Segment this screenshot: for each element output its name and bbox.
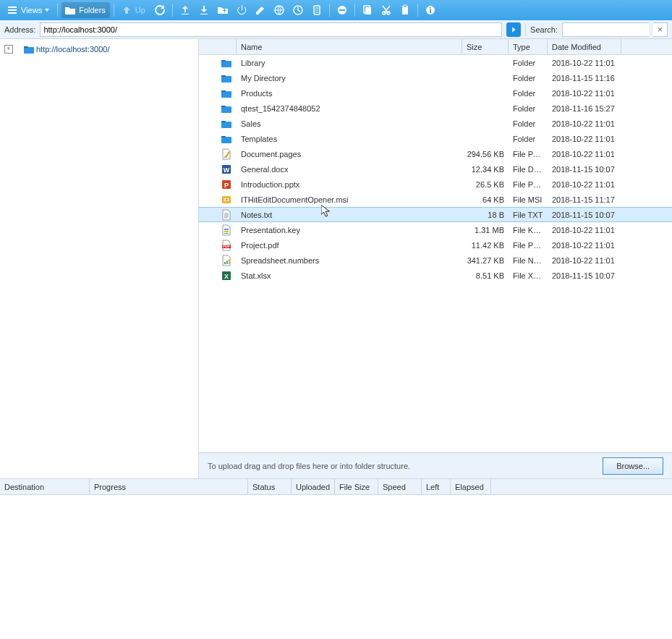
upload-col-left[interactable]: Left (422, 479, 451, 494)
folder-icon (23, 43, 35, 55)
file-list-body[interactable]: LibraryFolder2018-10-22 11:01My Director… (199, 55, 672, 452)
file-row[interactable]: Project.pdf11.42 KBFile PDF2018-10-22 11… (199, 237, 672, 253)
file-row[interactable]: Spreadsheet.numbers341.27 KBFile NUMB201… (199, 253, 672, 268)
copy-icon (362, 4, 373, 16)
upload-col-file-size[interactable]: File Size (335, 479, 378, 494)
new-folder-icon (217, 4, 229, 16)
clear-search-button[interactable]: × (653, 22, 668, 37)
file-row[interactable]: qtest_1542374848052Folder2018-11-16 15:2… (199, 101, 672, 116)
folder-icon (221, 72, 232, 84)
up-button[interactable]: Up (118, 2, 150, 18)
file-date: 2018-11-15 10:07 (548, 165, 621, 174)
upload-col-progress[interactable]: Progress (90, 479, 248, 494)
browse-button[interactable]: Browse... (603, 457, 663, 475)
upload-col-status[interactable]: Status (248, 479, 292, 494)
paste-button[interactable] (396, 2, 414, 18)
file-icon (221, 194, 232, 206)
main-toolbar: Views Folders Up (0, 0, 672, 20)
file-row[interactable]: Notes.txt18 BFile TXT2018-11-15 10:07 (199, 207, 672, 222)
browse-button-label: Browse... (616, 462, 650, 470)
info-button[interactable] (422, 2, 439, 18)
views-menu-button[interactable]: Views (4, 2, 54, 18)
toolbar-separator (114, 4, 114, 17)
file-type: Folder (509, 104, 548, 113)
views-label: Views (21, 6, 42, 14)
column-name[interactable]: Name (237, 39, 462, 54)
column-date[interactable]: Date Modified (548, 39, 621, 54)
file-icon (221, 240, 232, 251)
toolbar-separator (172, 4, 173, 17)
file-name: ITHitEditDocumentOpener.msi (237, 195, 462, 204)
file-name: Notes.txt (237, 211, 462, 219)
file-list-header: Name Size Type Date Modified (199, 39, 672, 55)
download-button[interactable] (195, 2, 213, 18)
file-row[interactable]: Document.pages294.56 KBFile PAGE2018-10-… (199, 146, 672, 161)
file-size: 8.51 KB (462, 271, 509, 280)
folder-tree-panel: + http://localhost:3000/ (0, 39, 199, 478)
file-row[interactable]: Stat.xlsx8.51 KBFile XLSX2018-11-15 10:0… (199, 268, 672, 283)
upload-col-uploaded[interactable]: Uploaded (292, 479, 335, 494)
refresh-icon (154, 4, 166, 16)
file-row[interactable]: SalesFolder2018-10-22 11:01 (199, 116, 672, 131)
file-icon (221, 179, 232, 190)
file-row[interactable]: LibraryFolder2018-10-22 11:01 (199, 55, 672, 70)
browse-web-button[interactable] (271, 2, 288, 18)
folder-icon (221, 57, 232, 69)
up-label: Up (135, 6, 145, 14)
folders-button[interactable]: Folders (61, 2, 110, 18)
refresh-button[interactable] (151, 2, 169, 18)
tree-root-node[interactable]: + http://localhost:3000/ (1, 42, 197, 56)
column-gutter[interactable] (199, 39, 237, 54)
file-row[interactable]: TemplatesFolder2018-10-22 11:01 (199, 131, 672, 146)
edit-button[interactable] (252, 2, 269, 18)
tree-expander[interactable]: + (4, 45, 13, 54)
folders-label: Folders (79, 6, 106, 14)
globe-icon (273, 4, 285, 16)
upload-col-speed[interactable]: Speed (378, 479, 422, 494)
file-row[interactable]: ProductsFolder2018-10-22 11:01 (199, 85, 672, 101)
upload-grid-body[interactable] (0, 495, 672, 628)
file-row[interactable]: Introduction.pptx26.5 KBFile PPTX2018-10… (199, 177, 672, 192)
file-row[interactable]: My DirectoryFolder2018-11-15 11:16 (199, 70, 672, 85)
column-spare[interactable] (621, 39, 672, 54)
file-date: 2018-10-22 11:01 (548, 256, 621, 265)
chevron-down-icon (45, 9, 49, 12)
folder-icon (221, 88, 232, 99)
upload-col-elapsed[interactable]: Elapsed (451, 479, 491, 494)
file-type: Folder (509, 119, 548, 128)
file-date: 2018-11-15 10:07 (548, 211, 621, 219)
copy-button[interactable] (359, 2, 376, 18)
go-button[interactable] (506, 22, 521, 37)
file-icon (221, 224, 232, 236)
upload-col-destination[interactable]: Destination (0, 479, 90, 494)
file-name: Stat.xlsx (237, 271, 462, 280)
properties-button[interactable] (308, 2, 326, 18)
file-date: 2018-10-22 11:01 (548, 150, 621, 158)
address-input[interactable] (40, 22, 502, 37)
file-date: 2018-10-22 11:01 (548, 59, 621, 67)
upload-button[interactable] (176, 2, 194, 18)
address-bar: Address: Search: × (0, 20, 672, 39)
file-row[interactable]: General.docx12.34 KBFile DOCX2018-11-15 … (199, 161, 672, 177)
file-size: 12.34 KB (462, 165, 509, 174)
upload-dropzone[interactable]: To upload drag and drop files here or in… (199, 452, 672, 478)
delete-button[interactable] (333, 2, 351, 18)
file-name: Document.pages (237, 150, 462, 158)
new-folder-button[interactable] (214, 2, 231, 18)
column-size[interactable]: Size (462, 39, 509, 54)
file-type: Folder (509, 74, 548, 82)
power-button[interactable] (233, 2, 250, 18)
column-type[interactable]: Type (509, 39, 548, 54)
file-name: Templates (237, 135, 462, 143)
history-button[interactable] (289, 2, 307, 18)
go-arrow-icon (509, 25, 519, 35)
file-row[interactable]: Presentation.key1.31 MBFile KEY2018-10-2… (199, 222, 672, 237)
upload-col-spare[interactable] (491, 479, 672, 494)
file-date: 2018-11-15 11:16 (548, 74, 621, 82)
toolbar-separator (417, 4, 418, 17)
search-input[interactable] (562, 22, 649, 37)
cut-button[interactable] (378, 2, 395, 18)
file-row[interactable]: ITHitEditDocumentOpener.msi64 KBFile MSI… (199, 192, 672, 207)
file-type: File MSI (509, 195, 548, 204)
file-size: 64 KB (462, 195, 509, 204)
